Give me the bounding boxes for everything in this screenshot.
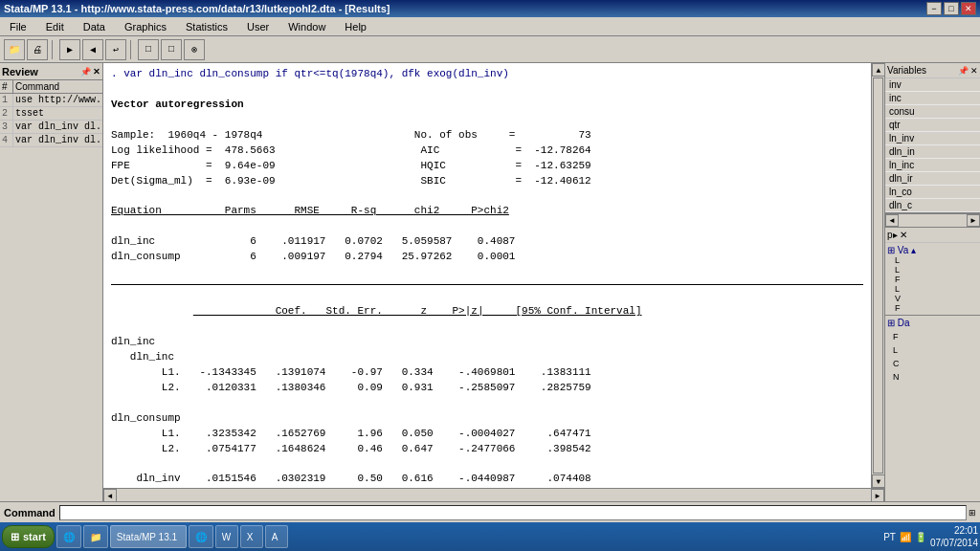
taskbar-explorer[interactable]: 📁: [83, 525, 108, 548]
review-header: Review 📌 ✕: [0, 63, 102, 80]
variables-section: Variables 📌 ✕ inv inc consu qtr ln_inv d…: [885, 63, 980, 213]
main-outer: Review 📌 ✕ # Command 1 use http://www...…: [0, 63, 980, 522]
taskbar-chrome[interactable]: 🌐: [189, 525, 213, 548]
review-row-cmd: use http://www...: [13, 94, 102, 106]
menu-edit[interactable]: Edit: [40, 19, 70, 34]
scroll-left-button[interactable]: ◄: [103, 489, 117, 501]
scroll-thumb[interactable]: [873, 77, 883, 474]
toolbar-btn6[interactable]: ⊗: [184, 39, 205, 60]
properties-content: ⊞ Va ▴ L L F L V F: [885, 243, 980, 315]
properties-title: p▸ ✕: [887, 230, 907, 240]
review-row-cmd: tsset: [13, 107, 102, 120]
data-section-f: F: [885, 330, 980, 343]
review-pin-icon[interactable]: 📌: [80, 67, 91, 77]
var-item-dln_ir[interactable]: dln_ir: [885, 172, 980, 186]
toolbar-btn5[interactable]: □: [161, 39, 182, 60]
var-prop-f: F: [887, 303, 978, 313]
taskbar-excel[interactable]: X: [240, 525, 263, 548]
scroll-right-button[interactable]: ►: [871, 489, 884, 501]
taskbar-ie[interactable]: 🌐: [56, 525, 81, 548]
right-hscrollbar: ◄ ►: [885, 213, 980, 227]
start-label: start: [23, 531, 46, 542]
taskbar-acrobat[interactable]: A: [265, 525, 288, 548]
command-input[interactable]: [59, 505, 967, 520]
variables-close-icon[interactable]: ✕: [970, 66, 978, 76]
results-wrapper: . var dln_inc dln_consump if qtr<=tq(197…: [103, 63, 884, 488]
review-row-cmd: var dln_inv dl...: [13, 134, 102, 146]
review-close-icon[interactable]: ✕: [93, 67, 100, 77]
command-bar: Command ⊞: [0, 501, 980, 522]
scroll-down-button[interactable]: ▼: [872, 474, 884, 488]
data-section-c: C: [885, 357, 980, 370]
review-row-1[interactable]: 1 use http://www...: [0, 94, 102, 107]
review-row-3[interactable]: 3 var dln_inv dl...: [0, 121, 102, 134]
var-section: ⊞ Va ▴: [887, 245, 978, 255]
var-prop-l4: L: [887, 284, 978, 294]
toolbar-open[interactable]: 📁: [4, 39, 25, 60]
results-panel: . var dln_inc dln_consump if qtr<=tq(197…: [103, 63, 884, 501]
toolbar-btn3[interactable]: ↩: [105, 39, 126, 60]
results-hscrollbar: ◄ ►: [103, 488, 884, 501]
menu-user[interactable]: User: [241, 19, 275, 34]
right-scroll-track[interactable]: [899, 214, 967, 227]
review-column-headers: # Command: [0, 80, 102, 94]
command-expand-icon[interactable]: ⊞: [969, 508, 976, 518]
right-panel: Variables 📌 ✕ inv inc consu qtr ln_inv d…: [884, 63, 980, 501]
var-item-dln_in[interactable]: dln_in: [885, 145, 980, 159]
right-scroll-left[interactable]: ◄: [885, 214, 899, 227]
review-row-num: 1: [0, 94, 13, 106]
review-col-num: #: [0, 80, 13, 93]
review-col-cmd: Command: [13, 80, 102, 93]
menu-data[interactable]: Data: [78, 19, 111, 34]
toolbar-btn2[interactable]: ◀: [82, 39, 103, 60]
review-title: Review: [2, 66, 38, 77]
menu-bar: File Edit Data Graphics Statistics User …: [0, 17, 980, 36]
var-prop-l3: F: [887, 275, 978, 284]
menu-window[interactable]: Window: [282, 19, 331, 34]
var-item-inv[interactable]: inv: [885, 78, 980, 92]
start-icon: ⊞: [11, 531, 19, 543]
menu-file[interactable]: File: [4, 19, 33, 34]
close-button[interactable]: ✕: [961, 2, 976, 15]
toolbar-btn1[interactable]: ▶: [59, 39, 80, 60]
clock-date: 07/07/2014: [930, 537, 978, 549]
var-item-dln_c[interactable]: dln_c: [885, 199, 980, 212]
clock: 22:01 07/07/2014: [930, 524, 978, 549]
scroll-up-button[interactable]: ▲: [872, 63, 884, 77]
network-icon: 📶: [900, 532, 911, 542]
var-item-qtr[interactable]: qtr: [885, 119, 980, 132]
toolbar-btn4[interactable]: □: [138, 39, 159, 60]
variables-title: Variables: [887, 65, 926, 76]
start-button[interactable]: ⊞ start: [2, 525, 55, 548]
menu-statistics[interactable]: Statistics: [180, 19, 234, 34]
window-title: Stata/MP 13.1 - http://www.stata-press.c…: [4, 3, 390, 14]
var-prop-l1: L: [887, 255, 978, 265]
var-item-ln_inc[interactable]: ln_inc: [885, 159, 980, 172]
toolbar-sep1: [52, 40, 56, 59]
review-row-2[interactable]: 2 tsset: [0, 107, 102, 121]
var-item-inc[interactable]: inc: [885, 92, 980, 105]
results-scrollbar: ▲ ▼: [871, 63, 884, 488]
properties-header: p▸ ✕: [885, 228, 980, 243]
taskbar-stata[interactable]: Stata/MP 13.1: [110, 525, 187, 548]
var-item-ln_co[interactable]: ln_co: [885, 186, 980, 199]
right-bottom-panel: ⊞ Da F L C N: [885, 315, 980, 501]
content-row: Review 📌 ✕ # Command 1 use http://www...…: [0, 63, 980, 501]
menu-help[interactable]: Help: [339, 19, 372, 34]
data-section-l: L: [885, 343, 980, 357]
toolbar-print[interactable]: 🖨: [27, 39, 48, 60]
right-scroll-right[interactable]: ►: [967, 214, 980, 227]
menu-graphics[interactable]: Graphics: [119, 19, 172, 34]
properties-panel: p▸ ✕ ⊞ Va ▴ L L F L V F: [885, 227, 980, 315]
minimize-button[interactable]: −: [926, 2, 942, 15]
review-row-4[interactable]: 4 var dln_inv dl...: [0, 134, 102, 147]
variables-list: inv inc consu qtr ln_inv dln_in ln_inc d…: [885, 78, 980, 212]
h-scroll-track[interactable]: [117, 489, 871, 501]
var-item-ln_inv[interactable]: ln_inv: [885, 132, 980, 145]
variables-pin-icon[interactable]: 📌: [958, 66, 969, 76]
maximize-button[interactable]: □: [944, 2, 959, 15]
results-area[interactable]: . var dln_inc dln_consump if qtr<=tq(197…: [103, 63, 871, 488]
var-item-consu[interactable]: consu: [885, 105, 980, 119]
variables-icons: 📌 ✕: [958, 66, 978, 76]
taskbar-word[interactable]: W: [215, 525, 238, 548]
